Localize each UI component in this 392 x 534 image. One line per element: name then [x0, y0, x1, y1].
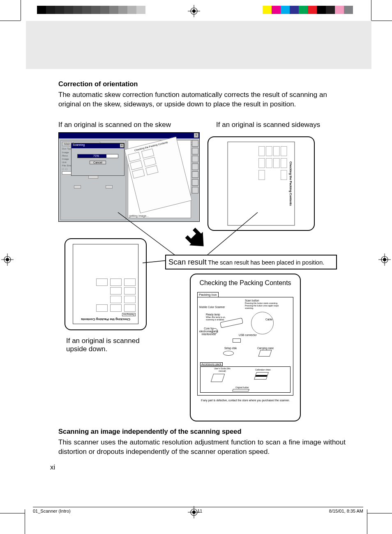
usb-shape — [233, 338, 241, 343]
hand-tool-icon[interactable] — [192, 148, 198, 154]
arrow-icon — [182, 228, 205, 251]
section-heading: Correction of orientation — [58, 80, 346, 88]
label-usb: USB connector — [239, 334, 257, 336]
swatch — [55, 6, 64, 14]
tool-icon[interactable] — [192, 187, 198, 193]
crop-mark — [21, 0, 21, 21]
scanner-app-window: × Scan Preview Exit Main Image Adjustmen… — [58, 132, 200, 222]
doc-title: Checking the Packing Contents — [197, 279, 293, 287]
label-setup-disk: Setup disk — [224, 347, 237, 350]
close-icon[interactable]: × — [120, 143, 124, 148]
registration-mark-icon — [378, 253, 391, 266]
crop-mark — [367, 513, 392, 513]
section2-heading: Scanning an image independently of the s… — [58, 428, 346, 435]
disk-shape — [223, 351, 234, 356]
swatch — [64, 6, 73, 14]
swatch — [73, 6, 82, 14]
section2-body: This scanner uses the automatic resoluti… — [58, 438, 346, 457]
tool-icon[interactable] — [192, 171, 198, 178]
swatch — [109, 6, 118, 14]
label-image2: Image — [62, 158, 69, 160]
registration-mark-icon — [1, 253, 14, 266]
label-file-size: File Size — [62, 164, 71, 167]
section-body: The automatic skew correction function a… — [58, 90, 346, 109]
close-icon[interactable]: × — [194, 133, 199, 138]
swatch — [136, 6, 145, 14]
progress-percent: 71% — [93, 154, 99, 157]
footer-left: 01_Scanner (Intro) — [33, 509, 71, 513]
core-shape — [212, 328, 218, 334]
swatch — [281, 6, 290, 14]
page-number-roman: xi — [50, 463, 55, 472]
label-accessory-pack: Accessory pack — [200, 362, 223, 366]
label-image: Image — [62, 151, 69, 154]
window-titlebar: × — [59, 133, 199, 138]
skew-caption: If an original is scanned on the skew — [58, 121, 171, 129]
preview-toolbar — [192, 140, 198, 193]
swatch — [91, 6, 100, 14]
progress-bar: 71% — [77, 154, 118, 158]
zoom-out-icon[interactable] — [192, 163, 198, 170]
footer-right: 8/15/01, 8:35 AM — [329, 509, 363, 513]
swatch — [82, 6, 91, 14]
label-unit: Unit — [62, 161, 67, 163]
color-calibration-bar — [263, 6, 353, 14]
swatch — [299, 6, 308, 14]
label-orig-holder: Original holder — [235, 386, 249, 389]
calib-shape — [254, 372, 269, 380]
panel-button-3[interactable] — [106, 185, 113, 189]
tool-icon[interactable] — [192, 140, 198, 147]
crop-mark — [0, 513, 25, 513]
upside-caption: If an original is scanned upside down. — [66, 337, 152, 353]
scanning-progress-dialog: Scanning× 71% Cancel — [71, 143, 125, 176]
page-header-bar — [26, 21, 371, 69]
grayscale-calibration-bar — [37, 6, 154, 14]
swatch — [326, 6, 335, 14]
swatch — [127, 6, 136, 14]
svg-line-18 — [204, 212, 258, 258]
holder-shape — [232, 389, 249, 391]
label-scan-button: Scan button — [245, 299, 259, 302]
label-ready-lamp: Ready lamp — [206, 313, 220, 316]
scan-result-title: Scan result — [168, 258, 207, 266]
scan-result-label: Scan result The scan result has been pla… — [165, 255, 337, 269]
panel-button[interactable] — [88, 175, 98, 179]
swatch — [37, 6, 46, 14]
footer-center: 11 — [197, 509, 202, 513]
label-calib: Calibration sheet — [255, 368, 271, 371]
crop-mark — [0, 21, 21, 21]
label-reso: Reso — [62, 154, 68, 157]
cable-shape — [251, 312, 274, 334]
preview-area: Checking the Packing Contents getting im… — [128, 140, 191, 218]
swatch — [145, 6, 154, 14]
case-shape — [258, 350, 272, 357]
label-cable: Cable — [265, 318, 272, 321]
cancel-button[interactable]: Cancel — [90, 161, 106, 164]
swatch — [308, 6, 317, 14]
panel-button-2[interactable] — [74, 185, 81, 189]
label-carrying-case: Carrying case — [257, 347, 274, 350]
tool-icon[interactable] — [192, 179, 198, 186]
swatch — [344, 6, 353, 14]
crop-mark — [25, 509, 25, 534]
crop-mark — [371, 0, 371, 21]
registration-mark-icon — [188, 5, 200, 17]
svg-marker-19 — [183, 228, 205, 251]
sideways-caption: If an original is scanned sideways — [216, 121, 320, 129]
label-ready-lamp-note: When this lamp is on, scanning is enable… — [206, 316, 226, 321]
corrected-document: Checking the Packing Contents Packing bo… — [190, 274, 301, 421]
zoom-in-icon[interactable] — [192, 156, 198, 162]
swatch — [272, 6, 281, 14]
swatch — [317, 6, 326, 14]
swatch — [290, 6, 299, 14]
doc-footnote: If any part is defective, contact the st… — [197, 399, 293, 402]
skewed-preview-document: Checking the Packing Contents — [125, 137, 192, 214]
swatch — [100, 6, 109, 14]
scan-result-text: The scan result has been placed in posit… — [208, 259, 324, 266]
label-scan-button-note: Pressing this button starts scanning. Pr… — [245, 302, 284, 309]
dialog-title: Scanning — [73, 143, 85, 148]
swatch — [263, 6, 272, 14]
swatch — [46, 6, 55, 14]
page-footer: 01_Scanner (Intro) 11 8/15/01, 8:35 AM — [33, 507, 363, 513]
crop-mark — [367, 509, 367, 534]
